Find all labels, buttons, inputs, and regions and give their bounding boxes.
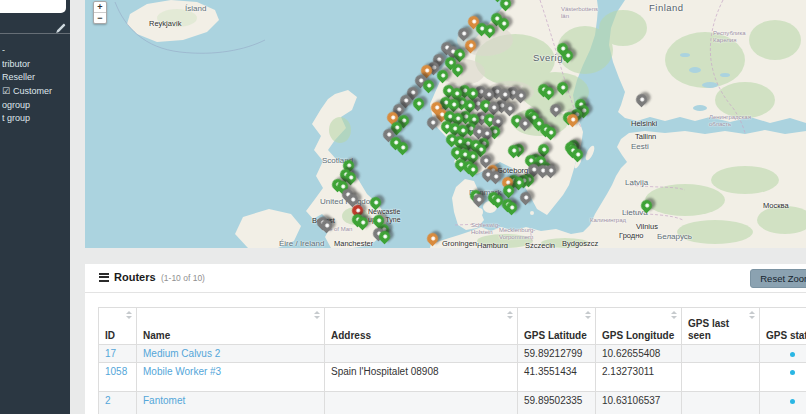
id-cell: 2	[99, 392, 137, 414]
column-header-label: GPS Latitude	[524, 330, 587, 341]
map-marker[interactable]	[497, 0, 513, 11]
table-row: 2Fantomet59.8950233510.6310653706-06-201…	[99, 392, 806, 414]
sidebar-item-label: Customer	[13, 86, 52, 96]
sidebar-item[interactable]: tributor	[2, 58, 70, 72]
table-header-row: IDNameAddressGPS LatitudeGPS LongitudeGP…	[99, 308, 806, 345]
address-cell	[325, 345, 518, 363]
sidebar-search-input[interactable]	[0, 0, 66, 13]
table-row: 17Medium Calvus 259.8921279910.62655408	[99, 345, 806, 363]
reset-zoom-button[interactable]: Reset Zoom	[750, 269, 806, 288]
gps_last_seen-cell	[682, 345, 760, 363]
id-link[interactable]: 1058	[105, 366, 127, 377]
routers-panel-header: Routers (1-10 of 10) Reset Zoom	[85, 264, 806, 293]
name-link[interactable]: Medium Calvus 2	[143, 348, 220, 359]
gps-status-dot	[790, 370, 795, 375]
status-cell	[760, 363, 806, 392]
name-cell: Mobile Worker #3	[137, 363, 325, 392]
marker-layer	[85, 0, 806, 248]
lat-cell: 59.89502335	[518, 392, 596, 414]
id-link[interactable]: 17	[105, 348, 116, 359]
sidebar-item-label: Reseller	[2, 72, 35, 82]
status-cell	[760, 345, 806, 363]
sidebar-item-label: -	[2, 45, 5, 55]
sidebar-item[interactable]: -	[2, 44, 70, 58]
map-marker[interactable]	[424, 230, 440, 246]
address-cell	[325, 392, 518, 414]
column-header-label: ID	[105, 330, 115, 341]
column-header-label: GPS last seen	[688, 318, 729, 341]
sidebar: -tributorReseller☑Customerogroupt group	[0, 0, 70, 414]
status-cell	[760, 392, 806, 414]
sidebar-items: -tributorReseller☑Customerogroupt group	[2, 44, 70, 126]
column-header-name[interactable]: Name	[137, 308, 325, 345]
lat-cell: 41.3551434	[518, 363, 596, 392]
sort-icon	[314, 311, 321, 319]
name-cell: Fantomet	[137, 392, 325, 414]
column-header-lon[interactable]: GPS Longitude	[596, 308, 682, 345]
gps_last_seen-cell	[682, 392, 760, 414]
column-header-lat[interactable]: GPS Latitude	[518, 308, 596, 345]
map-zoom-control: + −	[93, 1, 107, 24]
gps_last_seen-cell	[682, 363, 760, 392]
map-marker[interactable]	[455, 25, 471, 41]
map-marker[interactable]	[554, 79, 570, 95]
sidebar-item-label: ogroup	[2, 100, 30, 110]
edit-pencil-icon[interactable]	[55, 19, 66, 30]
sidebar-item-label: t group	[2, 113, 30, 123]
table-body: 17Medium Calvus 259.8921279910.626554081…	[99, 345, 806, 414]
sidebar-item[interactable]: ☑Customer	[2, 85, 70, 99]
sort-icon	[749, 311, 756, 319]
name-link[interactable]: Mobile Worker #3	[143, 366, 221, 377]
map[interactable]: ÍslandReykjavíkSverigeFinlandVästerbotte…	[85, 0, 806, 248]
list-menu-icon	[99, 273, 109, 283]
column-header-gps_last_seen[interactable]: GPS last seen	[682, 308, 760, 345]
map-marker[interactable]	[517, 189, 533, 205]
panel-title: Routers	[114, 271, 156, 283]
routers-table-wrap: IDNameAddressGPS LatitudeGPS LongitudeGP…	[98, 307, 806, 414]
column-header-address[interactable]: Address	[325, 308, 518, 345]
id-link[interactable]: 2	[105, 395, 111, 406]
panel-count: (1-10 of 10)	[161, 273, 205, 283]
gps-status-dot	[790, 399, 795, 404]
id-cell: 1058	[99, 363, 137, 392]
column-header-id[interactable]: ID	[99, 308, 137, 345]
column-header-label: GPS status	[766, 330, 806, 341]
name-cell: Medium Calvus 2	[137, 345, 325, 363]
lon-cell: 10.62655408	[596, 345, 682, 363]
name-link[interactable]: Fantomet	[143, 395, 185, 406]
sidebar-item[interactable]: ogroup	[2, 99, 70, 113]
checkbox-checked-icon: ☑	[2, 86, 10, 96]
sort-icon	[671, 311, 678, 319]
column-header-status: GPS status	[760, 308, 806, 345]
map-marker[interactable]	[633, 91, 649, 107]
zoom-in-button[interactable]: +	[94, 2, 106, 12]
address-cell: Spain l'Hospitalet 08908	[325, 363, 518, 392]
column-header-label: Address	[331, 330, 371, 341]
sort-icon	[585, 311, 592, 319]
lat-cell: 59.89212799	[518, 345, 596, 363]
sidebar-divider	[0, 33, 70, 34]
zoom-out-button[interactable]: −	[94, 12, 106, 23]
sidebar-item-label: tributor	[2, 59, 30, 69]
column-header-label: GPS Longitude	[602, 330, 674, 341]
id-cell: 17	[99, 345, 137, 363]
sidebar-item[interactable]: t group	[2, 112, 70, 126]
lon-cell: 10.63106537	[596, 392, 682, 414]
map-marker[interactable]	[547, 101, 563, 117]
table-row: 1058Mobile Worker #3Spain l'Hospitalet 0…	[99, 363, 806, 392]
map-marker[interactable]	[638, 197, 654, 213]
sort-icon	[507, 311, 514, 319]
map-marker[interactable]	[367, 194, 383, 210]
routers-panel: Routers (1-10 of 10) Reset Zoom IDNameAd…	[85, 264, 806, 414]
sidebar-item[interactable]: Reseller	[2, 71, 70, 85]
gps-status-dot	[790, 352, 795, 357]
sort-icon	[126, 311, 133, 319]
lon-cell: 2.13273011	[596, 363, 682, 392]
column-header-label: Name	[143, 330, 170, 341]
routers-table: IDNameAddressGPS LatitudeGPS LongitudeGP…	[98, 307, 806, 414]
